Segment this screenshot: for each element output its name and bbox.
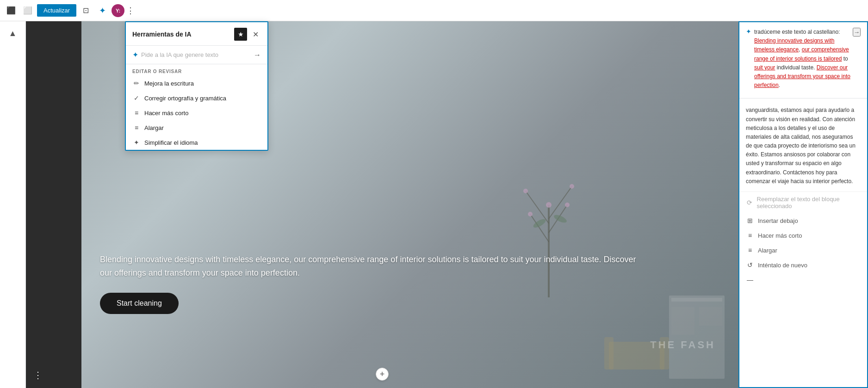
ai-menu-item-lengthen[interactable]: ≡ Alargar	[126, 120, 267, 135]
ai-tools-panel: Herramientas de IA ★ ✕ ✦ → EDITAR O REVI…	[125, 21, 268, 151]
ai-menu-item-spelling[interactable]: ✓ Corregir ortografía y gramática	[126, 91, 267, 105]
toolbar-left: ⬛ ⬜ Actualizar ⊡ ✦ Y: ⋮	[4, 3, 135, 18]
actualizar-button[interactable]: Actualizar	[37, 4, 76, 17]
right-lengthen-icon: ≡	[746, 246, 754, 254]
ai-sparkle-icon: ✦	[99, 6, 106, 16]
right-action-lengthen-label: Alargar	[758, 247, 777, 254]
translation-period: .	[779, 82, 780, 88]
star-icon: ★	[238, 31, 244, 38]
svg-line-3	[526, 191, 549, 223]
ai-panel-title: Herramientas de IA	[132, 31, 192, 38]
monitor-icon: ⬛	[6, 6, 16, 15]
right-action-retry-label: Inténtalo de nuevo	[758, 262, 807, 269]
hero-furniture-decoration	[600, 268, 738, 388]
svg-line-4	[549, 186, 572, 219]
star-button[interactable]: ★	[234, 28, 247, 41]
svg-point-7	[523, 189, 528, 193]
translation-text: tradúceme este texto al castellano: Blen…	[754, 28, 853, 90]
right-action-replace-label: Reemplazar el texto del bloque seleccion…	[757, 196, 861, 209]
close-icon: ✕	[253, 30, 259, 39]
translation-comma: ,	[799, 46, 802, 53]
translation-middle: to	[842, 55, 848, 62]
hero-dark-strip	[26, 21, 81, 388]
left-sidebar: ▲	[0, 21, 26, 388]
ai-section-label: EDITAR O REVISAR	[126, 64, 267, 76]
right-action-insert-label: Insertar debajo	[758, 217, 798, 224]
svg-line-1	[530, 214, 549, 242]
simplify-icon: ✦	[132, 139, 141, 146]
close-button[interactable]: ✕	[250, 29, 261, 40]
right-action-extra[interactable]: —	[739, 272, 867, 287]
layout-icon: ⊡	[83, 6, 89, 15]
ai-menu-item-improve[interactable]: ✏ Mejora la escritura	[126, 76, 267, 91]
svg-point-9	[546, 202, 552, 208]
ai-menu-item-lengthen-label: Alargar	[144, 124, 164, 131]
ai-panel-header: Herramientas de IA ★ ✕	[126, 22, 267, 46]
right-sparkle-icon: ✦	[746, 28, 751, 35]
ai-menu-item-shorten-label: Hacer más corto	[144, 110, 188, 117]
more-options-icon: ⋮	[126, 6, 135, 16]
external-link-icon: ⬜	[23, 6, 32, 15]
translation-header: ✦ tradúceme este texto al castellano: Bl…	[746, 28, 861, 90]
ai-input-sparkle-icon: ✦	[132, 50, 138, 59]
sidebar-scroll-up[interactable]: ▲	[5, 25, 21, 42]
add-block-button[interactable]: +	[376, 368, 389, 381]
right-action-retry[interactable]: ↺ Inténtalo de nuevo	[739, 258, 867, 272]
arrow-right-icon: →	[254, 51, 261, 59]
svg-rect-17	[604, 337, 614, 370]
translation-link-2: suit your	[754, 64, 775, 71]
toolbar: ⬛ ⬜ Actualizar ⊡ ✦ Y: ⋮	[0, 0, 868, 21]
svg-rect-13	[671, 298, 722, 302]
svg-point-6	[565, 203, 570, 207]
vertical-dots-icon: ⋮	[33, 370, 43, 380]
ai-submit-button[interactable]: →	[254, 51, 261, 59]
start-cleaning-button[interactable]: Start cleaning	[100, 293, 179, 314]
ai-tools-btn[interactable]: ✦	[95, 3, 110, 18]
furniture-svg	[600, 268, 738, 388]
svg-rect-15	[699, 307, 722, 326]
right-panel-body[interactable]: vanguardista, estamos aquí para ayudarlo…	[739, 99, 867, 387]
hero-plant-decoration	[507, 21, 590, 388]
right-action-replace: ⟳ Reemplazar el texto del bloque selecci…	[739, 192, 867, 213]
lengthen-icon: ≡	[132, 124, 141, 131]
right-panel-arrow-btn[interactable]: →	[853, 28, 861, 37]
right-action-lengthen[interactable]: ≡ Alargar	[739, 243, 867, 258]
shorten-icon: ≡	[132, 109, 141, 117]
translation-intro: tradúceme este texto al castellano:	[754, 29, 840, 35]
ai-panel-header-actions: ★ ✕	[234, 28, 261, 41]
right-action-shorten[interactable]: ≡ Hacer más corto	[739, 228, 867, 243]
right-panel-translation: ✦ tradúceme este texto al castellano: Bl…	[739, 22, 867, 99]
bottom-more-button[interactable]: ⋮	[33, 370, 43, 381]
svg-point-5	[528, 212, 533, 216]
svg-point-8	[570, 184, 574, 189]
replace-icon: ⟳	[746, 199, 753, 206]
plus-icon: +	[380, 370, 385, 379]
right-action-shorten-label: Hacer más corto	[758, 232, 802, 239]
right-action-insert[interactable]: ⊞ Insertar debajo	[739, 213, 867, 228]
yoast-button[interactable]: Y:	[112, 4, 124, 17]
ai-menu-item-simplify-label: Simplificar el idioma	[144, 139, 198, 146]
ai-menu-item-simplify[interactable]: ✦ Simplificar el idioma	[126, 135, 267, 150]
ai-input-row: ✦ →	[126, 46, 267, 64]
hero-paragraph: Blending innovative designs with timeles…	[100, 253, 646, 280]
monitor-icon-btn[interactable]: ⬛	[4, 3, 19, 18]
translation-text-2: individual taste.	[775, 64, 816, 71]
insert-icon: ⊞	[746, 217, 754, 224]
main-area: ▲ Herramientas de IA ★ ✕ ✦ → EDITAR O RE…	[0, 21, 868, 388]
pencil-icon: ✏	[132, 80, 141, 87]
external-link-btn[interactable]: ⬜	[20, 3, 35, 18]
svg-rect-14	[671, 307, 694, 335]
check-icon: ✓	[132, 94, 141, 102]
ai-generate-input[interactable]	[141, 51, 251, 58]
right-ai-panel: ✦ tradúceme este texto al castellano: Bl…	[738, 21, 868, 388]
yoast-icon: Y:	[116, 8, 120, 13]
more-options-btn[interactable]: ⋮	[126, 6, 135, 16]
right-body-translation-result: vanguardista, estamos aquí para ayudarlo…	[739, 102, 867, 192]
extra-icon: —	[746, 276, 754, 283]
layout-toggle-btn[interactable]: ⊡	[78, 3, 93, 18]
right-shorten-icon: ≡	[746, 232, 754, 239]
retry-icon: ↺	[746, 261, 754, 269]
ai-menu-item-shorten[interactable]: ≡ Hacer más corto	[126, 105, 267, 120]
translation-content: ✦ tradúceme este texto al castellano: Bl…	[746, 28, 853, 90]
watermark-text: THE FASH	[650, 339, 715, 351]
